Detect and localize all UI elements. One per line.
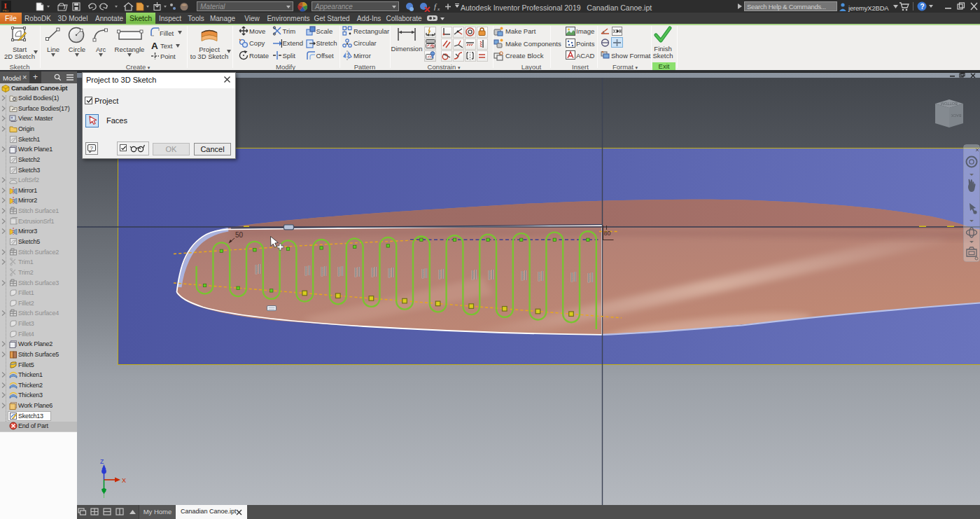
svg-text:Z: Z	[100, 458, 104, 465]
svg-text:50: 50	[235, 231, 244, 239]
svg-text:?: ?	[90, 145, 94, 151]
svg-text:BACK: BACK	[951, 113, 961, 118]
svg-text:BOTTOM: BOTTOM	[941, 102, 958, 106]
svg-text:80: 80	[604, 230, 611, 237]
svg-text:X: X	[122, 477, 126, 484]
